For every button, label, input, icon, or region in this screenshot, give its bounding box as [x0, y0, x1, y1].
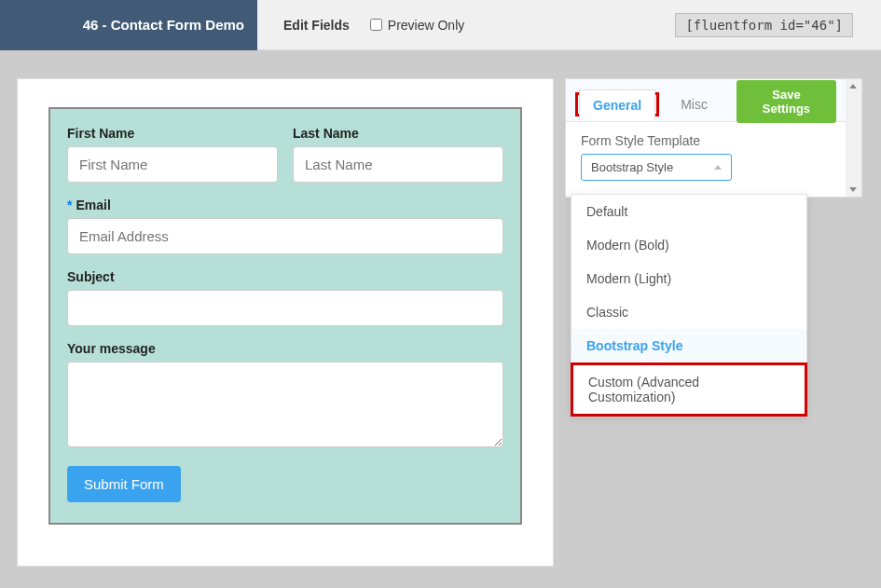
settings-tabs: General Misc Save Settings: [566, 79, 846, 122]
field-email: *Email: [67, 198, 503, 254]
page-title: 46 - Contact Form Demo: [0, 0, 257, 50]
settings-scrollbar[interactable]: [846, 79, 861, 197]
message-textarea[interactable]: [67, 362, 503, 447]
last-name-label: Last Name: [293, 126, 503, 141]
form-style-template-label: Form Style Template: [581, 133, 831, 148]
field-first-name: First Name: [67, 126, 278, 183]
dropdown-option-classic[interactable]: Classic: [571, 295, 806, 329]
form-style-template-select[interactable]: Bootstrap Style: [581, 154, 732, 181]
preview-only-checkbox[interactable]: [370, 19, 382, 31]
last-name-input[interactable]: [293, 146, 503, 183]
save-settings-button[interactable]: Save Settings: [736, 80, 836, 123]
subject-label: Subject: [67, 269, 503, 284]
form-preview-panel[interactable]: First Name Last Name *Email Subject Your…: [17, 78, 554, 567]
settings-panel: General Misc Save Settings Form Style Te…: [565, 78, 862, 198]
field-subject: Subject: [67, 269, 503, 326]
dropdown-option-default[interactable]: Default: [571, 195, 806, 228]
first-name-label: First Name: [67, 126, 278, 141]
dropdown-option-modern-light[interactable]: Modern (Light): [571, 262, 806, 295]
subject-input[interactable]: [67, 290, 503, 326]
settings-body: Form Style Template Bootstrap Style: [566, 122, 846, 194]
top-bar-actions: Edit Fields Preview Only: [257, 18, 675, 33]
dropdown-option-modern-bold[interactable]: Modern (Bold): [571, 228, 806, 262]
preview-only-toggle[interactable]: Preview Only: [370, 18, 464, 33]
field-message: Your message: [67, 341, 503, 451]
email-input[interactable]: [67, 218, 503, 254]
dropdown-option-custom[interactable]: Custom (Advanced Customization): [573, 365, 805, 414]
highlight-general-tab: General: [575, 92, 659, 116]
dropdown-option-bootstrap[interactable]: Bootstrap Style: [571, 329, 806, 362]
form-preview: First Name Last Name *Email Subject Your…: [48, 107, 522, 525]
shortcode-display[interactable]: [fluentform id="46"]: [675, 13, 853, 37]
tab-general[interactable]: General: [579, 89, 655, 121]
first-name-input[interactable]: [67, 146, 278, 183]
message-label: Your message: [67, 341, 503, 356]
select-value: Bootstrap Style: [591, 160, 673, 174]
tab-misc[interactable]: Misc: [667, 89, 722, 120]
highlight-custom-option: Custom (Advanced Customization): [571, 362, 807, 417]
submit-button[interactable]: Submit Form: [67, 466, 181, 502]
email-label: *Email: [67, 198, 503, 212]
field-last-name: Last Name: [293, 126, 503, 183]
chevron-up-icon: [714, 165, 722, 170]
preview-only-label: Preview Only: [388, 18, 464, 33]
edit-fields-link[interactable]: Edit Fields: [283, 18, 350, 33]
template-dropdown: Default Modern (Bold) Modern (Light) Cla…: [571, 194, 807, 417]
top-bar: 46 - Contact Form Demo Edit Fields Previ…: [0, 0, 881, 50]
